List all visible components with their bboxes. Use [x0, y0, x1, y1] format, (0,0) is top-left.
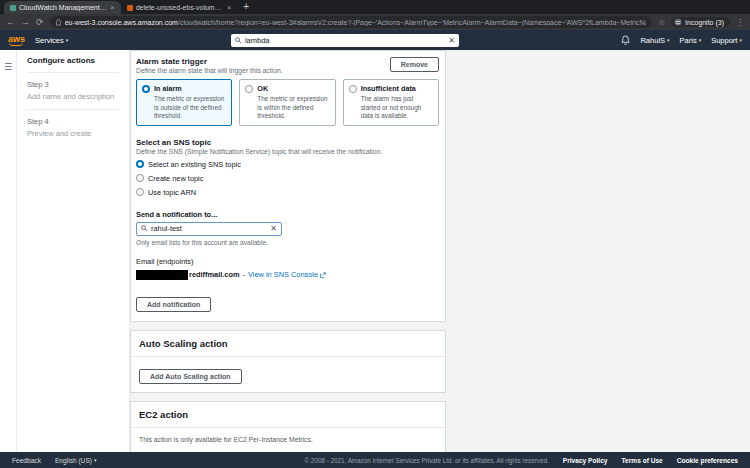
incognito-label: Incognito (3)	[685, 19, 724, 26]
step-title: Add name and description	[27, 92, 119, 102]
chevron-down-icon: ▾	[94, 457, 97, 463]
step-number: Step 4	[27, 117, 119, 126]
configure-actions-content: Alarm state trigger Define the alarm sta…	[130, 50, 750, 452]
option-create-new-topic[interactable]: Create new topic	[136, 174, 439, 183]
remove-notification-button[interactable]: Remove	[390, 57, 439, 72]
cookie-preferences-link[interactable]: Cookie preferences	[677, 457, 738, 464]
tab-title: CloudWatch Management Con	[19, 4, 107, 11]
email-endpoints-section: Email (endpoints) rediffmail.com - View …	[131, 246, 445, 280]
ec2-action-card: EC2 action This action is only available…	[130, 401, 446, 452]
browser-menu-icon[interactable]: ⋮	[736, 18, 744, 27]
notifications-bell-icon[interactable]	[621, 35, 630, 45]
wizard-steps-sidebar: Configure actions Step 3 Add name and de…	[17, 50, 130, 452]
tab-cloudwatch[interactable]: CloudWatch Management Con ×	[4, 1, 121, 14]
forward-icon[interactable]: →	[21, 18, 30, 27]
url-text: eu-west-3.console.aws.amazon.com/cloudwa…	[65, 19, 646, 26]
alarm-state-options: In alarm The metric or expression is out…	[131, 79, 445, 126]
clear-topic-icon[interactable]: ✕	[270, 224, 277, 233]
add-notification-button[interactable]: Add notification	[136, 297, 211, 312]
bookmark-star-icon[interactable]: ☆	[658, 18, 665, 27]
nav-right-group: RahulS ▾ Paris ▾ Support ▾	[621, 35, 742, 45]
chevron-down-icon: ▾	[667, 37, 670, 43]
send-notification-section: Send a notification to... ✕ Only email l…	[131, 202, 445, 246]
clear-search-icon[interactable]: ✕	[448, 36, 455, 45]
field-label: Send a notification to...	[136, 210, 439, 219]
chevron-down-icon: ▾	[699, 37, 702, 43]
incognito-icon	[674, 18, 682, 26]
browser-toolbar: ← → ⟳ eu-west-3.console.aws.amazon.com/c…	[0, 14, 750, 30]
search-icon	[141, 225, 148, 232]
topic-search-input[interactable]	[151, 224, 267, 233]
tab-close-icon[interactable]: ×	[227, 5, 232, 11]
step-number: Step 3	[27, 80, 119, 89]
language-selector[interactable]: English (US) ▾	[55, 457, 97, 464]
section-title: Alarm state trigger	[136, 57, 283, 66]
field-hint: Only email lists for this account are av…	[136, 239, 439, 246]
incognito-badge: Incognito (3)	[671, 17, 730, 27]
view-sns-console-link[interactable]: View in SNS Console	[248, 270, 326, 279]
tab-lambda-function[interactable]: delete-unused-ebs-volumes - ×	[121, 1, 238, 14]
aws-logo[interactable]: aws	[8, 34, 25, 46]
lock-icon	[56, 19, 61, 26]
copyright-text: © 2008 - 2021, Amazon Internet Services …	[304, 457, 548, 464]
support-menu[interactable]: Support ▾	[711, 36, 742, 45]
service-search-input[interactable]	[245, 36, 445, 45]
back-icon[interactable]: ←	[6, 18, 15, 27]
external-link-icon	[320, 272, 326, 278]
radio-selected-icon[interactable]	[136, 160, 144, 168]
radio-icon[interactable]	[349, 85, 357, 93]
radio-icon[interactable]	[245, 85, 253, 93]
side-toolbar: ☰	[0, 50, 17, 452]
reload-icon[interactable]: ⟳	[36, 18, 44, 27]
address-bar[interactable]: eu-west-3.console.aws.amazon.com/cloudwa…	[50, 16, 652, 28]
account-menu[interactable]: RahulS ▾	[640, 36, 669, 45]
add-auto-scaling-action-button[interactable]: Add Auto Scaling action	[139, 369, 242, 384]
current-step-title: Configure actions	[27, 56, 119, 65]
option-ok[interactable]: OK The metric or expression is within th…	[239, 79, 335, 126]
card-title: EC2 action	[131, 402, 445, 427]
aws-top-nav: aws Services ▾ ✕ RahulS ▾ Paris ▾ Suppor…	[0, 30, 750, 50]
region-menu[interactable]: Paris ▾	[680, 36, 702, 45]
section-title: Select an SNS topic	[136, 138, 439, 147]
tab-strip: CloudWatch Management Con × delete-unuse…	[0, 0, 750, 14]
tab-title: delete-unused-ebs-volumes -	[136, 4, 224, 11]
sns-topic-section: Select an SNS topic Define the SNS (Simp…	[131, 126, 445, 197]
chevron-down-icon: ▾	[739, 37, 742, 43]
aws-favicon-icon	[127, 5, 133, 11]
service-search[interactable]: ✕	[231, 34, 459, 47]
option-in-alarm[interactable]: In alarm The metric or expression is out…	[136, 79, 232, 126]
divider	[27, 109, 119, 110]
option-insufficient-data[interactable]: Insufficient data The alarm has just sta…	[343, 79, 439, 126]
section-description: Define the alarm state that will trigger…	[136, 67, 283, 74]
new-tab-button[interactable]: +	[243, 1, 249, 14]
alarm-state-trigger-header: Alarm state trigger Define the alarm sta…	[131, 51, 445, 79]
hamburger-menu-icon[interactable]: ☰	[4, 62, 12, 72]
radio-icon[interactable]	[136, 174, 144, 182]
divider	[27, 72, 119, 73]
services-menu[interactable]: Services ▾	[35, 36, 68, 45]
cloudwatch-favicon-icon	[10, 5, 16, 11]
ec2-availability-note: This action is only available for EC2 Pe…	[139, 436, 437, 443]
section-description: Define the SNS (Simple Notification Serv…	[136, 148, 439, 155]
wizard-step-4[interactable]: Step 4 Preview and create	[27, 117, 119, 139]
privacy-policy-link[interactable]: Privacy Policy	[563, 457, 608, 464]
option-existing-topic[interactable]: Select an existing SNS topic	[136, 160, 439, 169]
aws-footer: Feedback English (US) ▾ © 2008 - 2021, A…	[0, 452, 750, 468]
field-label: Email (endpoints)	[136, 257, 439, 266]
search-icon	[235, 37, 242, 44]
sns-topic-options: Select an existing SNS topic Create new …	[136, 160, 439, 197]
card-title: Auto Scaling action	[131, 331, 445, 356]
step-title: Preview and create	[27, 129, 119, 139]
feedback-link[interactable]: Feedback	[12, 457, 41, 464]
terms-of-use-link[interactable]: Terms of Use	[622, 457, 663, 464]
wizard-step-3[interactable]: Step 3 Add name and description	[27, 80, 119, 102]
radio-icon[interactable]	[136, 188, 144, 196]
radio-selected-icon[interactable]	[142, 85, 150, 93]
option-use-topic-arn[interactable]: Use topic ARN	[136, 188, 439, 197]
tab-close-icon[interactable]: ×	[110, 5, 115, 11]
browser-window: CloudWatch Management Con × delete-unuse…	[0, 0, 750, 468]
auto-scaling-card: Auto Scaling action Add Auto Scaling act…	[130, 330, 446, 393]
email-domain: rediffmail.com	[189, 270, 240, 279]
notification-card: Alarm state trigger Define the alarm sta…	[130, 50, 446, 322]
topic-search-field[interactable]: ✕	[136, 222, 282, 236]
